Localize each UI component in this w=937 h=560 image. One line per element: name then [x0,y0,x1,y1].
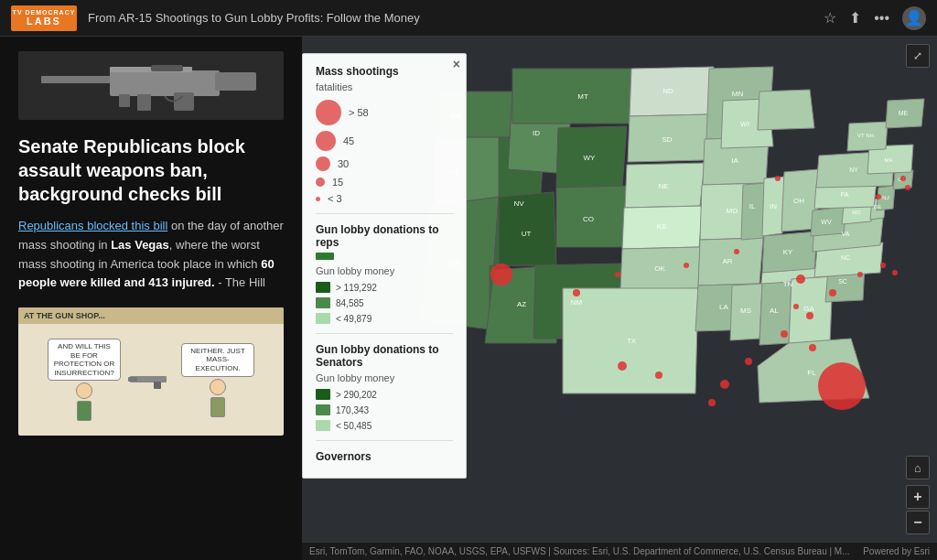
bubble-row-5: < 3 [316,193,453,204]
svg-point-121 [708,399,716,406]
divider-2 [316,333,453,334]
legend-panel: × Mass shootings fatalities > 58 45 30 1… [302,53,467,479]
svg-rect-0 [41,76,114,83]
svg-text:PA: PA [841,191,849,198]
svg-text:UT: UT [522,230,532,238]
svg-text:NV: NV [513,199,524,208]
user-icon: 👤 [905,9,923,27]
attribution: - The Hill [215,275,265,289]
svg-text:ME: ME [899,110,909,116]
svg-text:NE: NE [658,182,668,190]
bubble-label-5: < 3 [328,193,342,204]
speech-bubble-2: NEITHER. JUST MASS-EXECUTION. [181,343,254,377]
svg-text:MO: MO [727,207,738,215]
svg-rect-5 [137,94,151,111]
svg-point-122 [655,372,662,379]
bottombar: Esri, TomTom, Garmin, FAO, NOAA, USGS, E… [302,542,937,560]
svg-text:AZ: AZ [517,300,526,308]
svg-text:SD: SD [662,135,672,144]
svg-point-125 [806,312,813,319]
svg-text:ND: ND [662,87,673,95]
attribution-text: Esri, TomTom, Garmin, FAO, NOAA, USGS, E… [309,546,850,556]
svg-point-105 [684,263,689,268]
logo[interactable]: TV DEMOCRACY LABS [11,5,77,31]
senators-color-row-3: < 50,485 [316,420,453,431]
svg-point-124 [618,361,627,371]
gun-lobby-money-reps-label: Gun lobby money [316,265,453,276]
svg-point-118 [781,330,788,338]
article-body: Republicans blocked this bill on the day… [18,217,284,293]
cartoon-image: AT THE GUN SHOP... AND WILL THIS BE FOR … [18,307,284,436]
svg-point-119 [745,358,752,365]
svg-point-103 [573,289,580,296]
gun-between [128,371,174,389]
bubble-row-3: 30 [316,156,453,171]
left-panel: Senate Republicans block assault weapons… [0,37,302,560]
bubble-large [316,100,341,125]
svg-point-106 [734,249,739,254]
bubble-row-2: 45 [316,131,453,151]
svg-text:ID: ID [533,129,540,137]
home-icon: ⌂ [914,461,921,475]
svg-point-114 [905,185,910,190]
svg-rect-3 [215,72,256,91]
cartoon-figure-2: NEITHER. JUST MASS-EXECUTION. [181,343,254,417]
home-button[interactable]: ⌂ [906,456,930,479]
svg-point-112 [892,270,898,275]
senators-color-row-1: > 290,202 [316,389,453,400]
senators-color-row-2: 170,343 [316,404,453,415]
topbar: TV DEMOCRACY LABS From AR-15 Shootings t… [0,0,937,37]
cartoon-gun [128,371,174,389]
svg-rect-1 [110,70,220,96]
svg-point-104 [615,272,620,277]
svg-marker-35 [758,90,814,130]
senators-swatch-light [316,420,330,431]
svg-point-120 [720,380,729,389]
svg-text:NJ: NJ [882,195,889,200]
senators-label-2: 170,343 [336,405,369,415]
fullscreen-button[interactable]: ⤢ [906,44,930,68]
more-icon[interactable]: ••• [874,10,889,27]
las-vegas-strong: Las Vegas [111,238,169,252]
svg-point-110 [857,272,863,277]
bubble-row-1: > 58 [316,100,453,125]
cartoon-body-1 [77,401,92,421]
governors-title: Governors [316,450,453,463]
svg-point-115 [876,194,881,199]
svg-text:IA: IA [731,156,738,165]
svg-text:AL: AL [770,307,779,315]
divider-1 [316,213,453,214]
gun-image [18,51,284,120]
reps-bar-indicator [316,253,334,260]
svg-text:MA: MA [885,157,893,163]
bubble-label-3: 30 [338,158,349,169]
svg-text:IN: IN [770,202,777,210]
bubble-label-4: 15 [332,177,343,188]
close-button[interactable]: × [453,57,460,71]
cartoon-scene: AND WILL THIS BE FOR PROTECTION OR INSUR… [18,324,284,436]
divider-3 [316,440,453,441]
zoom-in-button[interactable]: + [906,485,930,509]
bubble-label-2: 45 [343,135,354,146]
svg-text:CO: CO [583,215,594,223]
svg-text:MT: MT [577,92,588,101]
reps-label-2: 84,585 [336,298,364,308]
svg-text:NY: NY [849,167,858,173]
svg-text:IL: IL [749,202,756,210]
svg-text:NC: NC [841,254,850,261]
avatar[interactable]: 👤 [902,6,926,30]
bookmark-icon[interactable]: ☆ [824,9,836,27]
svg-point-107 [775,176,781,181]
svg-rect-10 [154,382,161,389]
share-icon[interactable]: ⬆ [849,9,861,27]
cartoon-header: AT THE GUN SHOP... [18,307,284,324]
page-title: From AR-15 Shootings to Gun Lobby Profit… [88,11,813,25]
svg-text:VA: VA [842,231,850,237]
gun-svg [32,56,270,115]
svg-text:VT NH: VT NH [857,133,874,138]
map-area: WA OR CA NV ID MT WY CO UT AZ NM ND SD N… [302,37,937,560]
zoom-out-button[interactable]: − [906,511,930,534]
cartoon-head-2 [210,379,226,395]
senators-swatch-medium [316,404,330,415]
republicans-link[interactable]: Republicans blocked this bill [18,219,167,232]
